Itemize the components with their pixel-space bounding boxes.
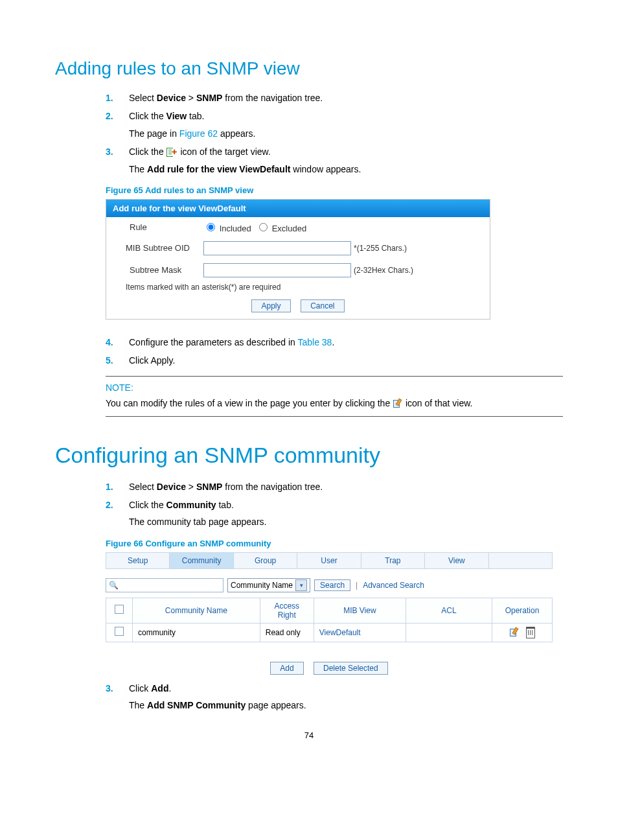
delete-selected-button[interactable]: Delete Selected (314, 662, 388, 675)
step-text: tab. (187, 111, 204, 121)
select-all-checkbox[interactable] (115, 605, 124, 614)
search-input[interactable]: 🔍 (106, 578, 223, 592)
step-text: Click the (129, 500, 166, 510)
kw-community: Community (166, 500, 216, 510)
steps-list-1: 1. Select Device > SNMP from the navigat… (106, 91, 563, 176)
edit-icon[interactable] (509, 627, 520, 638)
mask-input[interactable] (203, 263, 351, 277)
rule-included-radio[interactable]: Included (203, 221, 251, 233)
steps-list-2b: 3. Click Add. The Add SNMP Community pag… (106, 681, 563, 713)
cell-acl (406, 623, 492, 642)
chevron-down-icon: ▾ (295, 579, 307, 591)
apply-button[interactable]: Apply (251, 299, 290, 312)
step-text: Click (129, 683, 151, 694)
panel-title: Add rule for the view ViewDefault (106, 200, 490, 217)
step-text: from the navigation tree. (222, 93, 323, 103)
step-subtext: The community tab page appears. (129, 515, 563, 529)
step-number: 1. (106, 91, 124, 105)
delete-icon[interactable] (526, 627, 535, 638)
col-acl: ACL (406, 598, 492, 623)
edit-view-icon (393, 399, 403, 409)
step-subtext: appears. (218, 128, 255, 139)
add-rule-icon (166, 148, 178, 157)
steps-list-1b: 4. Configure the parameters as described… (106, 335, 563, 368)
add-rule-panel: Add rule for the view ViewDefault Rule I… (106, 199, 490, 320)
tab-view[interactable]: View (425, 553, 488, 568)
cell-community-name: community (133, 623, 260, 642)
steps-list-2: 1. Select Device > SNMP from the navigat… (106, 480, 563, 530)
mask-hint: (2-32Hex Chars.) (354, 266, 413, 275)
step-subtext: page appears. (246, 700, 306, 710)
oid-input[interactable] (203, 241, 351, 255)
tab-trap[interactable]: Trap (361, 553, 425, 568)
search-field-dropdown[interactable]: Community Name ▾ (227, 578, 310, 592)
oid-hint: *(1-255 Chars.) (354, 244, 407, 253)
link-table-38[interactable]: Table 38 (297, 337, 332, 347)
note-box: NOTE: You can modify the rules of a view… (106, 376, 563, 417)
row-checkbox[interactable] (115, 627, 124, 636)
community-table: Community Name Access Right MIB View ACL… (106, 598, 553, 642)
step-subtext: The page in (129, 128, 179, 139)
step-text: Click the (129, 146, 166, 157)
step-number: 4. (106, 335, 124, 349)
tab-empty (489, 553, 552, 568)
rule-excluded-label: Excluded (272, 224, 306, 233)
step-text: icon of the target view. (178, 146, 271, 157)
kw-device: Device (157, 93, 186, 103)
kw-view: View (166, 111, 187, 121)
step-text: tab. (216, 500, 234, 510)
kw-snmp: SNMP (196, 93, 222, 103)
tab-bar: Setup Community Group User Trap View (106, 552, 553, 569)
col-access-right: Access Right (260, 598, 314, 623)
search-button[interactable]: Search (314, 579, 350, 591)
add-button[interactable]: Add (270, 662, 303, 675)
step-text: Click Apply. (129, 355, 175, 366)
search-bar: 🔍 Community Name ▾ Search | Advanced Sea… (106, 578, 553, 592)
step-number: 1. (106, 480, 124, 494)
note-text: You can modify the rules of a view in th… (106, 398, 393, 408)
page-number: 74 (55, 730, 563, 740)
step-text: > (186, 482, 196, 492)
col-operation: Operation (492, 598, 553, 623)
figure-66-caption: Figure 66 Configure an SNMP community (106, 539, 563, 548)
rule-label: Rule (106, 222, 203, 232)
community-tab-screenshot: Setup Community Group User Trap View 🔍 C… (106, 552, 553, 675)
advanced-search-link[interactable]: Advanced Search (363, 581, 424, 590)
kw-add: Add (151, 683, 168, 694)
step-number: 2. (106, 498, 124, 512)
step-text: . (332, 337, 334, 347)
note-text: icon of that view. (403, 398, 472, 408)
tab-setup[interactable]: Setup (106, 553, 170, 568)
note-header: NOTE: (106, 380, 563, 395)
cancel-button[interactable]: Cancel (301, 299, 344, 312)
col-mib-view: MIB View (314, 598, 406, 623)
separator: | (356, 581, 358, 590)
tab-community[interactable]: Community (170, 553, 233, 568)
cell-mib-view[interactable]: ViewDefault (314, 623, 406, 642)
step-number: 2. (106, 109, 124, 123)
step-subtext: The (129, 164, 147, 174)
step-text: > (186, 93, 196, 103)
rule-excluded-radio[interactable]: Excluded (256, 221, 306, 233)
step-subtext: The (129, 700, 147, 710)
tab-group[interactable]: Group (234, 553, 297, 568)
kw-snmp: SNMP (196, 482, 222, 492)
kw-device: Device (157, 482, 186, 492)
kw-add-rule-window: Add rule for the view ViewDefault (147, 164, 290, 174)
step-text: Click the (129, 111, 166, 121)
dropdown-value: Community Name (231, 581, 293, 590)
required-note: Items marked with an asterisk(*) are req… (106, 281, 490, 297)
step-number: 5. (106, 353, 124, 368)
table-row: community Read only ViewDefault (106, 623, 553, 642)
kw-add-community-page: Add SNMP Community (147, 700, 246, 710)
rule-included-label: Included (220, 224, 251, 233)
heading-configure-community: Configuring an SNMP community (55, 443, 563, 468)
figure-65-caption: Figure 65 Add rules to an SNMP view (106, 185, 563, 195)
cell-access-right: Read only (260, 623, 314, 642)
step-text: . (168, 683, 171, 694)
step-text: Select (129, 93, 157, 103)
col-community-name: Community Name (133, 598, 260, 623)
tab-user[interactable]: User (297, 553, 361, 568)
link-figure-62[interactable]: Figure 62 (179, 128, 218, 139)
step-text: Configure the parameters as described in (129, 337, 297, 347)
